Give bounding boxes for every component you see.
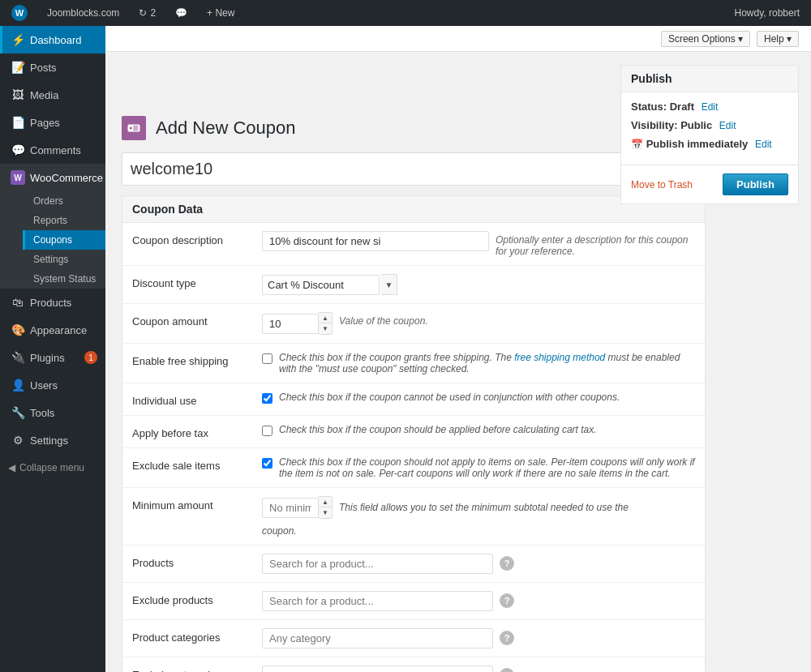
sidebar-item-products[interactable]: 🛍 Products <box>0 289 105 316</box>
apply-before-tax-checkbox[interactable] <box>262 426 272 436</box>
sidebar-item-users[interactable]: 👤 Users <box>0 371 105 399</box>
sidebar-item-coupons[interactable]: Coupons <box>23 230 105 250</box>
coupon-name-input[interactable] <box>122 152 706 186</box>
visibility-label: Visibility: <box>631 119 678 131</box>
individual-use-label: Individual use <box>132 392 262 407</box>
free-shipping-link[interactable]: free shipping method <box>514 352 605 363</box>
amount-up-btn[interactable]: ▲ <box>319 313 332 323</box>
sidebar-item-pages[interactable]: 📄 Pages <box>0 109 105 136</box>
products-search[interactable] <box>262 554 493 574</box>
sidebar-item-orders[interactable]: Orders <box>23 191 105 211</box>
collapse-label: Collapse menu <box>19 462 84 473</box>
sidebar-label-comments: Comments <box>30 144 81 156</box>
sidebar-item-comments[interactable]: 💬 Comments <box>0 136 105 164</box>
coupon-amount-input[interactable] <box>262 314 319 334</box>
discount-type-dropdown-btn[interactable]: ▼ <box>381 274 397 295</box>
exclude-sale-field: Check this box if the coupon should not … <box>262 456 695 479</box>
description-input[interactable] <box>262 231 489 251</box>
publish-time-edit-link[interactable]: Edit <box>755 139 772 150</box>
visibility-row: Visibility: Public Edit <box>631 119 788 131</box>
updates-item[interactable]: ↻ 2 <box>134 0 161 26</box>
sidebar-label-plugins: Plugins <box>30 352 65 364</box>
woo-settings-label: Settings <box>33 254 68 265</box>
product-categories-field: ? <box>262 628 695 648</box>
free-shipping-desc: Check this box if the coupon grants free… <box>279 352 695 375</box>
sidebar-item-system-status[interactable]: System Status <box>23 269 105 289</box>
minimum-amount-input[interactable] <box>262 498 319 518</box>
amount-spinner: ▲ ▼ <box>319 312 333 335</box>
woo-submenu: Orders Reports Coupons Settings System S… <box>0 191 105 289</box>
howdy-text: Howdy, robbert <box>735 7 800 19</box>
sidebar-item-settings-woo[interactable]: Settings <box>23 250 105 269</box>
new-content-item[interactable]: + New <box>202 0 239 26</box>
exclude-products-search[interactable] <box>262 591 493 611</box>
sidebar-item-settings[interactable]: ⚙ Settings <box>0 426 105 454</box>
collapse-menu[interactable]: ◀ Collapse menu <box>0 454 105 482</box>
comments-icon: 💬 <box>175 7 187 19</box>
help-button[interactable]: Help ▾ <box>757 31 799 47</box>
system-status-label: System Status <box>33 273 96 285</box>
product-categories-help-icon[interactable]: ? <box>500 631 514 645</box>
min-amount-down[interactable]: ▼ <box>319 507 332 518</box>
minimum-amount-row: Minimum amount ▲ ▼ This field allows you… <box>122 488 705 546</box>
publish-button[interactable]: Publish <box>723 173 788 195</box>
free-shipping-checkbox[interactable] <box>262 353 272 364</box>
exclude-categories-help-icon[interactable]: ? <box>500 668 514 672</box>
coupon-amount-row: Coupon amount ▲ ▼ Value of the coupon. <box>122 304 705 344</box>
pages-icon: 📄 <box>11 115 25 130</box>
sidebar-label-posts: Posts <box>30 62 57 74</box>
exclude-categories-label: Exclude categories <box>132 666 262 672</box>
wp-logo-item[interactable]: W <box>6 0 32 26</box>
sidebar-item-dashboard[interactable]: ⚡ Dashboard <box>0 26 105 54</box>
status-edit-link[interactable]: Edit <box>702 101 719 113</box>
site-name-item[interactable]: Joomblocks.com <box>42 0 124 26</box>
plugins-icon: 🔌 <box>11 350 25 365</box>
sidebar-label-media: Media <box>30 89 58 101</box>
status-label: Status: <box>631 101 667 113</box>
sidebar-item-plugins[interactable]: 🔌 Plugins 1 <box>0 344 105 371</box>
exclude-products-help-icon[interactable]: ? <box>500 593 514 608</box>
min-amount-wrapper: ▲ ▼ <box>262 496 333 519</box>
min-amount-up[interactable]: ▲ <box>319 497 332 507</box>
sidebar-label-appearance: Appearance <box>30 324 87 336</box>
sidebar-label-pages: Pages <box>30 117 60 129</box>
sidebar-label-dashboard: Dashboard <box>30 34 82 46</box>
individual-use-checkbox[interactable] <box>262 393 272 404</box>
sidebar-item-woocommerce[interactable]: W WooCommerce <box>0 164 105 191</box>
amount-down-btn[interactable]: ▼ <box>319 323 332 334</box>
apply-before-tax-field: Check this box if the coupon should be a… <box>262 424 695 436</box>
exclude-sale-checkbox[interactable] <box>262 458 272 469</box>
free-shipping-row: Enable free shipping Check this box if t… <box>122 344 705 383</box>
sidebar-item-appearance[interactable]: 🎨 Appearance <box>0 316 105 344</box>
page-icon <box>122 116 146 140</box>
move-to-trash-link[interactable]: Move to Trash <box>631 179 693 190</box>
exclude-products-field: ? <box>262 591 695 611</box>
howdy-item[interactable]: Howdy, robbert <box>730 0 805 26</box>
products-help-icon[interactable]: ? <box>500 556 514 571</box>
publish-box: Publish Status: Draft Edit Visibility: P… <box>620 65 799 204</box>
sidebar-item-posts[interactable]: 📝 Posts <box>0 54 105 81</box>
coupon-data-body: Coupon description Optionally enter a de… <box>122 223 705 672</box>
product-categories-row: Product categories ? <box>122 620 705 657</box>
comments-item[interactable]: 💬 <box>170 0 192 26</box>
sidebar: ⚡ Dashboard 📝 Posts 🖼 Media 📄 Pages 💬 Co… <box>0 26 105 672</box>
free-shipping-field: Check this box if the coupon grants free… <box>262 352 695 375</box>
screen-options-button[interactable]: Screen Options ▾ <box>661 31 750 47</box>
exclude-categories-field: ? <box>262 666 695 672</box>
product-categories-input[interactable] <box>262 628 493 648</box>
individual-use-desc: Check this box if the coupon cannot be u… <box>279 392 620 403</box>
free-shipping-label: Enable free shipping <box>132 352 262 367</box>
exclude-categories-input[interactable] <box>262 666 493 672</box>
visibility-edit-link[interactable]: Edit <box>719 120 736 131</box>
discount-type-select[interactable]: Cart % Discount Fixed cart discount Fixe… <box>262 275 380 295</box>
sidebar-item-tools[interactable]: 🔧 Tools <box>0 399 105 426</box>
coupon-data-title: Coupon Data <box>132 203 203 216</box>
product-categories-label: Product categories <box>132 628 262 644</box>
publish-immediately: immediately <box>687 138 748 150</box>
orders-label: Orders <box>33 195 63 207</box>
exclude-sale-desc: Check this box if the coupon should not … <box>279 456 695 479</box>
products-icon: 🛍 <box>11 295 25 310</box>
coupon-amount-label: Coupon amount <box>132 312 262 327</box>
sidebar-item-reports[interactable]: Reports <box>23 211 105 230</box>
sidebar-item-media[interactable]: 🖼 Media <box>0 81 105 109</box>
